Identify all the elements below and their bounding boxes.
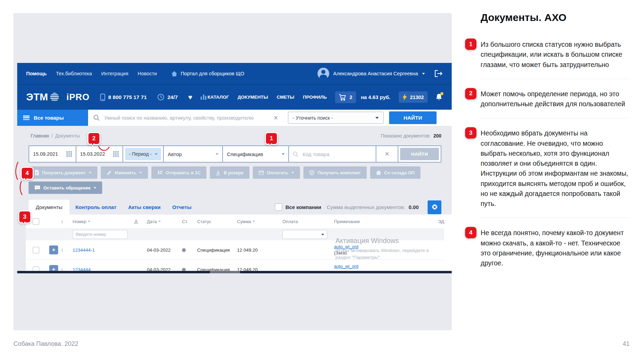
info-icon[interactable]: i <box>62 248 73 253</box>
edit-label: Изменить <box>115 170 137 175</box>
calendar-grid-icon[interactable] <box>66 151 72 157</box>
favorites-heart-icon[interactable]: ♥ <box>188 93 192 101</box>
clear-search-icon[interactable]: × <box>272 114 279 122</box>
chat-icon <box>34 185 40 190</box>
all-companies-checkbox[interactable] <box>275 204 282 211</box>
author-value: Автор <box>168 151 182 157</box>
panel-title: Документы. АХО <box>481 12 630 23</box>
chevron-down-icon <box>89 172 92 174</box>
select-all-checkbox[interactable] <box>33 218 39 225</box>
globe-icon <box>50 93 59 101</box>
clock-icon <box>157 94 164 101</box>
send-to-1c-button[interactable]: 1С Отправить в 1С <box>151 166 206 179</box>
nav-integration[interactable]: Интеграция <box>101 71 128 76</box>
nav-tech-library[interactable]: Тех.библиотека <box>56 71 92 76</box>
cart-button[interactable]: 2 <box>335 91 356 103</box>
document-date: 04-03-2022 <box>147 248 182 253</box>
annotation-badge-1: 1 <box>265 132 278 145</box>
row-checkbox[interactable] <box>33 247 39 253</box>
sort-icon <box>253 221 255 222</box>
all-products-button[interactable]: Все товары <box>17 110 88 126</box>
edit-button[interactable]: Изменить <box>101 166 148 179</box>
doc-type-dropdown[interactable]: Спецификация <box>223 146 289 162</box>
note-link[interactable]: auto_wi_ord <box>334 244 358 249</box>
all-products-label: Все товары <box>34 115 64 121</box>
note-link[interactable]: auto_wi_ord <box>334 264 358 269</box>
chevron-down-icon <box>375 117 379 119</box>
documents-table: i Номер Д Дата Ст. Статус Сумма Оплата П… <box>26 215 452 273</box>
clear-filters-icon[interactable]: × <box>376 146 399 162</box>
tab-documents[interactable]: Документы <box>29 200 69 215</box>
document-number-link[interactable]: 1234444-1 <box>73 248 135 253</box>
shown-documents-label: Показано документов: <box>381 133 431 139</box>
bonus-count: 21302 <box>410 95 424 100</box>
etm-logo-text: ЭТМ <box>26 91 48 103</box>
author-dropdown[interactable]: Автор <box>164 146 223 162</box>
screenshot-canvas: Помощь Тех.библиотека Интеграция Новости… <box>13 13 452 330</box>
get-kit-label: Получить комплект <box>318 170 361 175</box>
settings-button[interactable] <box>428 200 441 214</box>
phone-block: 8 800 775 17 71 <box>100 94 147 101</box>
search-input[interactable] <box>104 114 268 121</box>
calendar-grid-icon[interactable] <box>113 151 119 157</box>
product-code-field <box>289 146 376 162</box>
col-ed: ЭД <box>425 219 444 224</box>
etm-logo[interactable]: ЭТМ <box>26 91 59 103</box>
payment-filter-select[interactable] <box>282 230 327 239</box>
col-sum[interactable]: Сумма <box>237 219 282 224</box>
col-number[interactable]: Номер <box>73 219 135 224</box>
actions-row-2: Оставить обращение <box>29 182 441 194</box>
filter-find-button[interactable]: НАЙТИ <box>400 148 439 160</box>
table-header-row: i Номер Д Дата Ст. Статус Сумма Оплата П… <box>26 215 444 229</box>
nav-help[interactable]: Помощь <box>26 71 47 76</box>
pencil-icon <box>107 170 112 175</box>
gear-icon <box>431 204 438 210</box>
date-from-field[interactable]: 15.09.2021 <box>29 146 76 162</box>
number-filter-input[interactable] <box>73 230 128 239</box>
get-kit-button[interactable]: Получить комплект <box>303 166 367 179</box>
tab-reconciliation[interactable]: Акты сверки <box>122 200 166 215</box>
nav-assemblers-portal[interactable]: Портал для сборщиков ЩО <box>171 71 244 77</box>
main-menu: КАТАЛОГ ДОКУМЕНТЫ СМЕТЫ ПРОФИЛЬ <box>207 95 327 100</box>
tabs-row: Документы Контроль оплат Акты сверки Отч… <box>29 200 441 215</box>
document-note: auto_wi_ord {Заказ <box>334 244 425 256</box>
selected-sum-value: 0.00 <box>409 204 419 210</box>
period-dropdown[interactable]: - Период - <box>123 146 164 162</box>
menu-profile[interactable]: ПРОФИЛЬ <box>303 95 326 100</box>
logout-icon[interactable] <box>434 69 443 78</box>
menu-documents[interactable]: ДОКУМЕНТЫ <box>238 95 268 100</box>
bonus-button[interactable]: 21302 <box>399 91 428 103</box>
col-date[interactable]: Дата <box>147 219 182 224</box>
product-code-input[interactable] <box>302 151 372 157</box>
document-sum: 12 049.20 <box>237 248 282 253</box>
from-warehouse-label: Со склада ОП <box>384 170 415 175</box>
note-text-4: Не всегда понятно, почему какой-то докум… <box>481 227 630 268</box>
tab-reports[interactable]: Отчеты <box>167 200 197 215</box>
smart-search: × <box>88 110 285 126</box>
selected-sum-label: Сумма выделенных документов: <box>327 204 405 210</box>
note-text-2: Может помочь определение периода, но это… <box>481 88 630 109</box>
reserve-button[interactable]: В резерв <box>210 166 249 179</box>
nav-news[interactable]: Новости <box>138 71 157 76</box>
menu-estimates[interactable]: СМЕТЫ <box>277 95 294 100</box>
refine-search-dropdown[interactable]: - Уточнить поиск - <box>288 112 384 124</box>
pay-button[interactable]: Оплатить <box>253 166 300 179</box>
menu-catalog[interactable]: КАТАЛОГ <box>207 95 229 100</box>
home-icon <box>171 71 178 77</box>
table-row: + i 1234444-1 04-03-2022 Спецификация 12… <box>26 240 444 260</box>
find-button[interactable]: НАЙТИ <box>389 111 437 124</box>
tab-payment-control[interactable]: Контроль оплат <box>69 200 122 215</box>
document-status: Спецификация <box>197 248 237 253</box>
reserve-label: В резерв <box>224 170 244 175</box>
breadcrumb-home[interactable]: Главная <box>31 133 49 139</box>
leave-feedback-button[interactable]: Оставить обращение <box>29 182 102 194</box>
get-document-button[interactable]: Получить документ <box>29 166 97 179</box>
compare-chart-icon[interactable] <box>201 95 206 100</box>
notifications-bell-icon[interactable] <box>435 93 443 101</box>
chevron-down-icon <box>321 234 324 235</box>
from-warehouse-button[interactable]: Со склада ОП <box>370 166 421 179</box>
search-icon <box>93 114 100 121</box>
expand-plus-button[interactable]: + <box>49 245 58 254</box>
user-menu[interactable]: Александрова Анастасия Сергеевна <box>318 68 443 79</box>
ipro-logo: iPRO <box>66 92 90 102</box>
